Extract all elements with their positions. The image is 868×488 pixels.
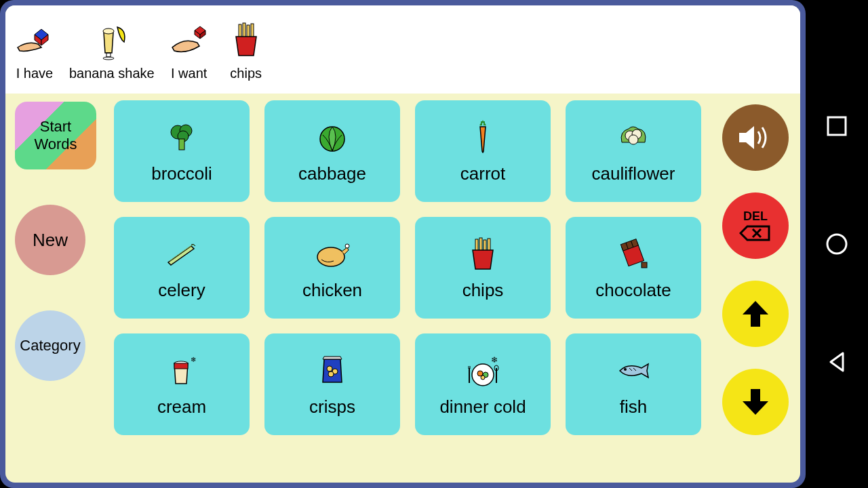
svg-point-21 bbox=[317, 247, 344, 266]
word-card-broccoli[interactable]: broccoli bbox=[114, 100, 250, 202]
word-label: broccoli bbox=[151, 163, 212, 184]
word-card-carrot[interactable]: carrot bbox=[415, 100, 551, 202]
word-label: celery bbox=[158, 280, 205, 301]
cabbage-icon bbox=[313, 119, 351, 157]
speak-button[interactable] bbox=[722, 104, 789, 171]
svg-point-37 bbox=[328, 371, 334, 377]
sentence-label: chips bbox=[230, 66, 262, 81]
cauliflower-icon bbox=[614, 119, 652, 157]
word-card-fish[interactable]: fish bbox=[566, 333, 701, 435]
svg-rect-16 bbox=[179, 139, 184, 150]
android-nav-bar bbox=[806, 0, 868, 488]
carrot-icon bbox=[464, 119, 502, 157]
svg-point-41 bbox=[481, 375, 485, 380]
start-words-button[interactable]: Start Words bbox=[15, 102, 96, 169]
word-label: carrot bbox=[460, 163, 505, 184]
svg-rect-47 bbox=[828, 117, 846, 135]
word-label: chicken bbox=[302, 280, 362, 301]
cream-icon: ❄ bbox=[163, 352, 201, 390]
arrow-down-icon bbox=[738, 385, 772, 419]
word-label: cauliflower bbox=[592, 163, 675, 184]
word-card-chips[interactable]: chips bbox=[415, 217, 551, 319]
start-words-label: Start bbox=[40, 118, 71, 136]
app-inner: I have banana shake bbox=[5, 5, 800, 483]
new-label: New bbox=[33, 230, 68, 251]
sentence-item[interactable]: I want bbox=[167, 18, 212, 81]
chips-icon bbox=[464, 235, 502, 273]
svg-rect-33 bbox=[174, 363, 188, 369]
word-label: crisps bbox=[309, 396, 355, 418]
word-label: chips bbox=[462, 280, 504, 301]
word-label: cream bbox=[157, 396, 206, 418]
svg-point-46 bbox=[624, 368, 627, 371]
sentence-label: I want bbox=[171, 66, 207, 81]
app-frame: I have banana shake bbox=[0, 0, 806, 488]
start-words-label: Words bbox=[34, 136, 77, 153]
word-label: dinner cold bbox=[439, 396, 526, 418]
svg-text:❄: ❄ bbox=[491, 355, 498, 365]
delete-button[interactable]: DEL bbox=[722, 192, 789, 259]
category-label: Category bbox=[20, 337, 80, 354]
category-button[interactable]: Category bbox=[15, 310, 85, 381]
banana-shake-icon bbox=[90, 18, 134, 63]
chips-icon bbox=[224, 18, 269, 63]
crisps-icon bbox=[313, 352, 351, 390]
word-grid: broccoli cabbage bbox=[106, 100, 709, 476]
hand-want-icon bbox=[167, 18, 212, 63]
sentence-label: I have bbox=[16, 66, 53, 81]
word-label: chocolate bbox=[595, 280, 671, 301]
nav-recent-icon[interactable] bbox=[825, 115, 848, 138]
svg-point-3 bbox=[103, 28, 114, 34]
main-area: Start Words New Category bbox=[5, 94, 800, 483]
arrow-up-icon bbox=[738, 297, 772, 331]
sentence-item[interactable]: banana shake bbox=[69, 18, 155, 81]
svg-point-20 bbox=[629, 135, 638, 144]
word-label: cabbage bbox=[298, 163, 366, 184]
word-card-crisps[interactable]: crisps bbox=[264, 333, 400, 435]
word-card-cauliflower[interactable]: cauliflower bbox=[566, 100, 701, 202]
nav-home-icon[interactable] bbox=[825, 232, 849, 256]
svg-point-22 bbox=[345, 244, 349, 248]
sentence-label: banana shake bbox=[69, 66, 155, 81]
svg-point-48 bbox=[827, 235, 846, 253]
word-card-chocolate[interactable]: chocolate bbox=[566, 217, 701, 319]
nav-back-icon[interactable] bbox=[825, 350, 848, 373]
speaker-icon bbox=[735, 121, 776, 155]
sentence-bar[interactable]: I have banana shake bbox=[5, 5, 800, 94]
new-button[interactable]: New bbox=[15, 205, 85, 275]
scroll-up-button[interactable] bbox=[722, 281, 789, 347]
svg-rect-4 bbox=[106, 53, 111, 57]
right-column: DEL bbox=[715, 100, 796, 476]
word-card-celery[interactable]: celery bbox=[114, 217, 250, 319]
svg-text:❄: ❄ bbox=[191, 356, 196, 363]
dinner-cold-icon: ❄ bbox=[464, 352, 502, 390]
svg-point-35 bbox=[327, 366, 332, 371]
backspace-icon bbox=[739, 224, 772, 243]
fish-icon bbox=[614, 352, 652, 390]
delete-label: DEL bbox=[743, 209, 768, 224]
chicken-icon bbox=[313, 235, 351, 273]
sentence-item[interactable]: chips bbox=[224, 18, 269, 81]
word-card-chicken[interactable]: chicken bbox=[264, 217, 400, 319]
celery-icon bbox=[163, 235, 201, 273]
broccoli-icon bbox=[163, 119, 201, 157]
word-card-cream[interactable]: ❄ cream bbox=[114, 333, 250, 435]
left-column: Start Words New Category bbox=[15, 100, 100, 476]
scroll-down-button[interactable] bbox=[722, 369, 789, 435]
hand-cube-icon bbox=[12, 18, 57, 63]
word-label: fish bbox=[620, 396, 647, 418]
svg-rect-31 bbox=[642, 262, 647, 268]
chocolate-icon bbox=[614, 235, 652, 273]
word-card-cabbage[interactable]: cabbage bbox=[264, 100, 400, 202]
sentence-item[interactable]: I have bbox=[12, 18, 57, 81]
svg-point-5 bbox=[103, 57, 114, 60]
word-card-dinner-cold[interactable]: ❄ dinner cold bbox=[415, 333, 551, 435]
